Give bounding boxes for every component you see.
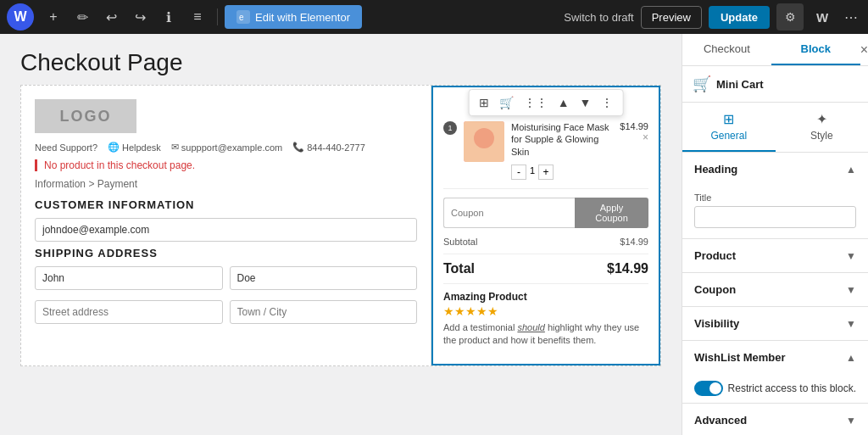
subtotal-label: Subtotal — [443, 237, 477, 247]
topbar: W + ✏ ↩ ↪ ℹ ≡ e Edit with Elementor Swit… — [0, 0, 868, 34]
town-input[interactable] — [230, 300, 418, 324]
last-name-input[interactable] — [230, 266, 418, 290]
product-accordion-header[interactable]: Product ▼ — [682, 239, 868, 272]
cart-remove-button[interactable]: × — [620, 131, 648, 143]
update-button[interactable]: Update — [709, 6, 770, 29]
switch-to-draft-link[interactable]: Switch to draft — [564, 11, 633, 24]
chevron-up-icon: ▲ — [846, 164, 856, 176]
preview-button[interactable]: Preview — [641, 6, 702, 29]
sidebar-close-button[interactable]: × — [860, 34, 868, 65]
visibility-accordion-header[interactable]: Visibility ▼ — [682, 307, 868, 340]
qty-value: 1 — [530, 165, 535, 176]
cart-toolbar-button[interactable]: 🛒 — [495, 93, 518, 112]
customer-info-heading: CUSTOMER INFORMATION — [35, 198, 417, 211]
restrict-access-row: Restrict access to this block. — [682, 374, 868, 403]
logo-box: LOGO — [35, 99, 136, 133]
wp-logo[interactable]: W — [7, 3, 34, 31]
chevron-up-icon-2: ▲ — [846, 352, 856, 364]
coupon-input[interactable] — [443, 198, 575, 228]
topbar-divider — [217, 8, 218, 25]
chevron-down-button[interactable]: ▼ — [576, 93, 596, 112]
coupon-accordion-header[interactable]: Coupon ▼ — [682, 273, 868, 306]
sub-tab-style[interactable]: ✦ Style — [776, 103, 869, 152]
advanced-section: Advanced ▼ — [682, 404, 868, 435]
phone-icon: 📞 — [292, 142, 304, 153]
gear-icon: ⚙ — [785, 10, 796, 24]
support-label: Need Support? — [35, 142, 97, 153]
main-layout: Checkout Page LOGO Need Support? 🌐 Helpd… — [0, 34, 868, 435]
advanced-accordion-header[interactable]: Advanced ▼ — [682, 404, 868, 435]
cart-item: 1 Moisturising Face Mask for Supple & Gl… — [443, 121, 648, 189]
cart-qty: - 1 + — [511, 161, 613, 180]
email-icon: ✉ — [171, 142, 179, 153]
chevron-up-button[interactable]: ▲ — [554, 93, 574, 112]
sidebar-tabs: Checkout Block × — [682, 34, 868, 66]
page-title: Checkout Page — [0, 34, 682, 85]
canvas: LOGO Need Support? 🌐 Helpdesk ✉ suppport… — [20, 85, 661, 366]
cart-item-price: $14.99 — [620, 121, 648, 131]
product-thumbnail — [464, 121, 504, 162]
sub-tab-general[interactable]: ⊞ General — [682, 103, 776, 152]
product-section: Product ▼ — [682, 239, 868, 273]
checkout-right: ⊞ 🛒 ⋮⋮ ▲ ▼ ⋮ 1 — [431, 86, 660, 365]
dots-toolbar-icon[interactable]: ⋮⋮ — [520, 93, 552, 112]
sidebar-header: 🛒 Mini Cart — [682, 66, 868, 103]
cart-icon: 🛒 — [499, 96, 514, 109]
heading-accordion-header[interactable]: Heading ▲ — [682, 153, 868, 186]
elementor-icon: e — [236, 10, 250, 24]
more-toolbar-button[interactable]: ⋮ — [597, 93, 617, 112]
qty-minus-button[interactable]: - — [511, 165, 526, 180]
add-button[interactable]: + — [41, 4, 66, 30]
wordpress-w-logo: W — [810, 5, 834, 29]
name-row — [35, 266, 417, 295]
error-message: No product in this checkout page. — [35, 159, 417, 171]
tab-block[interactable]: Block — [771, 34, 860, 65]
general-icon: ⊞ — [723, 111, 734, 127]
testimonial-text: Add a testimonial should highlight why t… — [443, 321, 648, 348]
support-bar: Need Support? 🌐 Helpdesk ✉ suppport@exam… — [35, 142, 417, 153]
shipping-heading: SHIPPING ADDRESS — [35, 247, 417, 259]
redo-button[interactable]: ↪ — [127, 4, 153, 30]
subtotal-value: $14.99 — [620, 237, 648, 247]
edit-with-elementor-button[interactable]: e Edit with Elementor — [225, 5, 362, 29]
restrict-access-toggle[interactable] — [694, 381, 723, 396]
subtotal-row: Subtotal $14.99 — [443, 237, 648, 254]
list-button[interactable]: ≡ — [185, 4, 210, 30]
tab-checkout[interactable]: Checkout — [682, 34, 771, 65]
wishlist-section: WishList Member ▲ Restrict access to thi… — [682, 341, 868, 404]
chevron-down-icon-3: ▼ — [846, 318, 856, 330]
chevron-down-icon-4: ▼ — [846, 415, 856, 427]
total-row: Total $14.99 — [443, 261, 648, 276]
chevron-down-icon-2: ▼ — [846, 284, 856, 296]
more-options-icon[interactable]: ⋯ — [841, 6, 861, 29]
title-input[interactable] — [694, 206, 856, 228]
cart-panel: 1 Moisturising Face Mask for Supple & Gl… — [433, 87, 659, 358]
restrict-access-label: Restrict access to this block. — [728, 382, 856, 394]
street-input[interactable] — [35, 300, 223, 324]
address-row — [35, 300, 417, 329]
mini-cart-label: Mini Cart — [716, 78, 764, 91]
settings-gear-button[interactable]: ⚙ — [776, 3, 804, 31]
apply-coupon-button[interactable]: Apply Coupon — [575, 198, 648, 228]
cart-item-name: Moisturising Face Mask for Supple & Glow… — [511, 121, 613, 158]
first-name-input[interactable] — [35, 266, 223, 290]
heading-accordion-content: Title — [682, 186, 868, 238]
qty-plus-button[interactable]: + — [538, 165, 554, 180]
grid-icon-button[interactable]: ⊞ — [475, 93, 493, 112]
editor-area: Checkout Page LOGO Need Support? 🌐 Helpd… — [0, 34, 682, 435]
cart-item-price-col: $14.99 × — [620, 121, 648, 143]
visibility-section: Visibility ▼ — [682, 307, 868, 341]
sidebar: Checkout Block × 🛒 Mini Cart ⊞ General ✦… — [682, 34, 868, 435]
coupon-row: Apply Coupon — [443, 198, 648, 228]
email-contact: ✉ suppport@example.com — [171, 142, 282, 153]
wishlist-accordion-header[interactable]: WishList Member ▲ — [682, 341, 868, 374]
email-input[interactable] — [35, 218, 417, 242]
helpdesk-link[interactable]: 🌐 Helpdesk — [108, 142, 161, 153]
pencil-button[interactable]: ✏ — [70, 4, 95, 30]
undo-button[interactable]: ↩ — [98, 4, 124, 30]
sub-tabs: ⊞ General ✦ Style — [682, 103, 868, 153]
testimonial-stars: ★★★★★ — [443, 304, 648, 318]
testimonial: Amazing Product ★★★★★ Add a testimonial … — [443, 283, 648, 348]
info-button[interactable]: ℹ — [156, 4, 181, 30]
svg-text:e: e — [239, 13, 244, 22]
